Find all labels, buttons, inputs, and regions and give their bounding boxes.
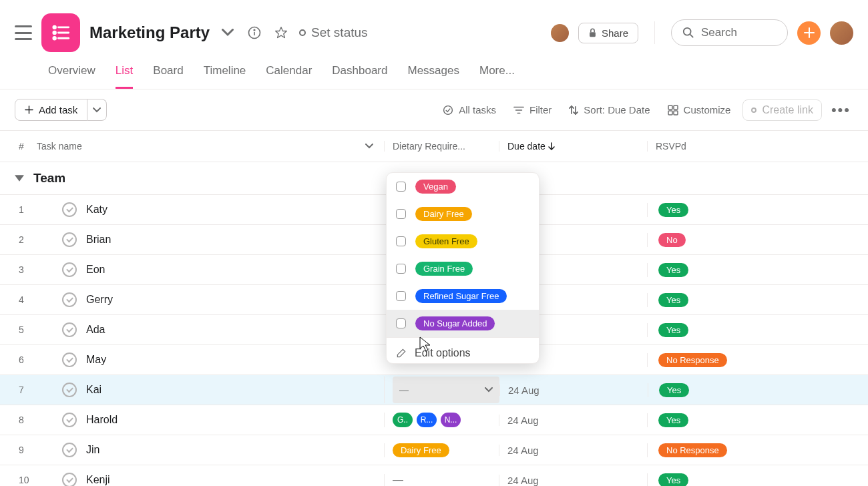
column-rsvp-header[interactable]: RSVPd	[647, 141, 868, 152]
task-name[interactable]: Katy	[86, 204, 107, 216]
tab-list[interactable]: List	[116, 64, 133, 89]
column-number-header: #	[0, 141, 37, 152]
complete-task-checkbox[interactable]	[62, 322, 77, 337]
sort-button[interactable]: Sort: Due Date	[564, 100, 655, 119]
complete-task-checkbox[interactable]	[62, 473, 77, 486]
option-checkbox[interactable]	[396, 291, 406, 301]
task-name[interactable]: Kenji	[86, 474, 110, 486]
rsvp-cell[interactable]: Yes	[647, 293, 868, 307]
task-name[interactable]: Brian	[86, 234, 111, 246]
complete-task-checkbox[interactable]	[62, 292, 77, 307]
task-name[interactable]: Harold	[86, 414, 118, 426]
menu-icon[interactable]	[15, 25, 32, 40]
star-icon[interactable]	[272, 24, 290, 41]
task-name[interactable]: Ada	[86, 324, 105, 336]
rsvp-cell[interactable]: Yes	[647, 203, 868, 217]
rsvp-cell[interactable]: Yes	[647, 473, 868, 487]
svg-point-4	[53, 37, 56, 39]
table-row[interactable]: 8HaroldG..R...N...24 AugYes	[0, 405, 868, 435]
complete-task-checkbox[interactable]	[62, 232, 77, 247]
dietary-option[interactable]: Gluten Free	[387, 228, 539, 255]
edit-options-button[interactable]: Edit options	[387, 338, 539, 363]
create-link-button[interactable]: Create link	[742, 99, 821, 121]
option-checkbox[interactable]	[396, 182, 406, 192]
dietary-select[interactable]: —	[393, 377, 499, 403]
dietary-options-popover[interactable]: VeganDairy FreeGluten FreeGrain FreeRefi…	[386, 172, 539, 364]
rsvp-cell[interactable]: Yes	[647, 413, 868, 427]
rsvp-cell[interactable]: Yes	[648, 383, 868, 397]
user-avatar[interactable]	[830, 21, 853, 45]
all-tasks-button[interactable]: All tasks	[437, 100, 501, 119]
share-button[interactable]: Share	[578, 23, 638, 43]
dietary-option[interactable]: Dairy Free	[387, 200, 539, 228]
info-icon[interactable]	[246, 24, 263, 41]
filter-button[interactable]: Filter	[508, 100, 557, 119]
create-button[interactable]	[797, 21, 821, 45]
section-toggle-icon[interactable]	[15, 175, 24, 182]
more-options-button[interactable]: •••	[829, 101, 853, 119]
chevron-down-icon[interactable]	[365, 144, 373, 149]
task-name[interactable]: Gerry	[86, 294, 113, 306]
complete-task-checkbox[interactable]	[62, 262, 77, 277]
column-task-name-header[interactable]: Task name	[37, 141, 82, 152]
dietary-option[interactable]: Vegan	[387, 173, 539, 200]
dietary-option-label: Refined Sugar Free	[415, 289, 507, 303]
rsvp-badge: Yes	[658, 203, 688, 217]
row-number: 9	[0, 445, 37, 455]
tab-messages[interactable]: Messages	[407, 64, 459, 89]
dietary-option[interactable]: No Sugar Added	[387, 310, 539, 337]
option-checkbox[interactable]	[396, 209, 406, 219]
column-dietary-header[interactable]: Dietary Require...	[384, 141, 499, 152]
table-row[interactable]: 9JinDairy Free24 AugNo Response	[0, 435, 868, 465]
add-task-button[interactable]: Add task	[15, 99, 87, 121]
rsvp-cell[interactable]: No Response	[647, 443, 868, 457]
complete-task-checkbox[interactable]	[62, 202, 77, 217]
task-name[interactable]: May	[86, 354, 106, 366]
dietary-tag: Dairy Free	[393, 443, 449, 457]
tab-dashboard[interactable]: Dashboard	[332, 64, 387, 89]
rsvp-badge: Yes	[658, 293, 688, 307]
dropdown-icon[interactable]	[219, 24, 236, 41]
column-due-date-header[interactable]: Due date	[499, 141, 647, 152]
sort-icon	[569, 105, 578, 115]
option-checkbox[interactable]	[396, 236, 406, 246]
dietary-cell[interactable]: G..R...N...	[384, 413, 499, 427]
due-date-cell[interactable]: 24 Aug	[499, 385, 648, 396]
customize-button[interactable]: Customize	[662, 100, 736, 119]
dietary-cell[interactable]: —	[384, 377, 499, 403]
dietary-option[interactable]: Refined Sugar Free	[387, 282, 539, 310]
set-status-button[interactable]: Set status	[299, 25, 368, 40]
rsvp-cell[interactable]: Yes	[647, 263, 868, 277]
task-name[interactable]: Jin	[86, 444, 99, 456]
due-date-cell[interactable]: 24 Aug	[499, 475, 647, 486]
table-row[interactable]: 7Kai—24 AugYes	[0, 375, 868, 405]
rsvp-cell[interactable]: No	[647, 233, 868, 247]
tab-board[interactable]: Board	[153, 64, 183, 89]
due-date-cell[interactable]: 24 Aug	[499, 415, 647, 426]
rsvp-cell[interactable]: Yes	[647, 323, 868, 337]
svg-point-17	[444, 105, 453, 114]
tab-overview[interactable]: Overview	[48, 64, 95, 89]
add-task-dropdown[interactable]	[87, 99, 107, 121]
member-avatar[interactable]	[551, 24, 569, 42]
complete-task-checkbox[interactable]	[62, 352, 77, 367]
search-input[interactable]: Search	[671, 19, 788, 46]
option-checkbox[interactable]	[396, 318, 406, 328]
tab-more[interactable]: More...	[479, 64, 515, 89]
tab-calendar[interactable]: Calendar	[266, 64, 312, 89]
due-date-cell[interactable]: 24 Aug	[499, 445, 647, 456]
dietary-option[interactable]: Grain Free	[387, 255, 539, 282]
svg-line-12	[690, 35, 694, 38]
complete-task-checkbox[interactable]	[62, 443, 77, 457]
complete-task-checkbox[interactable]	[62, 413, 77, 427]
rsvp-cell[interactable]: No Response	[647, 353, 868, 367]
option-checkbox[interactable]	[396, 264, 406, 274]
task-name[interactable]: Eon	[86, 264, 105, 276]
tab-timeline[interactable]: Timeline	[204, 64, 246, 89]
complete-task-checkbox[interactable]	[62, 383, 77, 397]
section-title[interactable]: Team	[33, 171, 65, 186]
dietary-cell[interactable]: Dairy Free	[384, 443, 499, 457]
table-row[interactable]: 10Kenji—24 AugYes	[0, 465, 868, 486]
task-name[interactable]: Kai	[86, 384, 101, 396]
dietary-cell[interactable]: —	[384, 474, 499, 486]
